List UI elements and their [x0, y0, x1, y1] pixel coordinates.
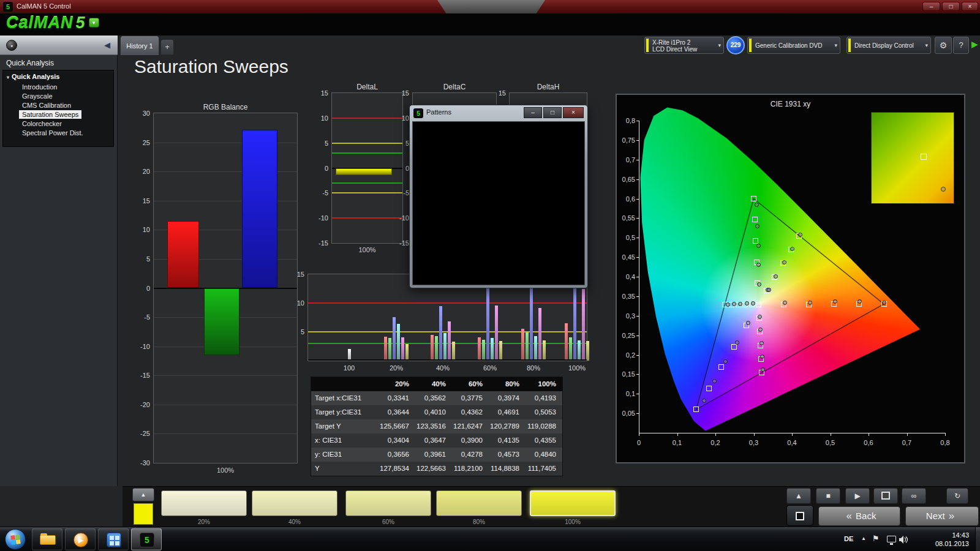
start-button[interactable]: [5, 529, 26, 550]
measured-marker: [746, 321, 750, 325]
taskbar-explorer[interactable]: [32, 528, 62, 550]
stop-button[interactable]: ■: [816, 488, 840, 504]
back-label: Back: [856, 511, 876, 521]
logo-dropdown-icon[interactable]: ▾: [89, 18, 99, 28]
patterns-close-button[interactable]: ×: [563, 107, 584, 118]
source-dropdown[interactable]: Generic Calibration DVD ▾: [747, 37, 840, 54]
link-icon: ∞: [911, 492, 917, 500]
sidebar-item-saturation-sweeps[interactable]: Saturation Sweeps: [19, 110, 81, 119]
measured-marker: [783, 301, 787, 305]
collapse-sidebar-icon[interactable]: ◀: [102, 39, 113, 51]
pattern-thumbnail-80%[interactable]: 80%: [436, 490, 522, 526]
meter-line2: LCD Direct View: [652, 46, 697, 53]
pattern-thumbnail-60%[interactable]: 60%: [345, 490, 431, 526]
pattern-thumbnail-label: 20%: [161, 519, 247, 525]
patterns-minimize-button[interactable]: –: [524, 107, 542, 118]
target-marker: [718, 364, 724, 370]
clock[interactable]: 14:43 08.01.2013: [913, 531, 969, 548]
bar-red: [167, 221, 199, 288]
meter-dropdown[interactable]: X-Rite i1Pro 2 LCD Direct View ▾: [644, 37, 724, 54]
legend-target-marker: [921, 154, 927, 160]
tree-root-item[interactable]: ▾Quick Analysis: [7, 73, 59, 80]
pattern-thumbnail-20%[interactable]: 20%: [161, 490, 247, 526]
large-stop-button[interactable]: [786, 505, 813, 526]
delta-e-bar: [491, 338, 494, 361]
y-axis-tick-label: -5: [310, 189, 328, 197]
eject-button[interactable]: ▲: [786, 488, 811, 504]
table-row-label: Target Y: [311, 419, 379, 433]
taskbar-media-player[interactable]: ▶: [65, 528, 96, 550]
table-cell: 0,3974: [489, 391, 526, 405]
pattern-swatch: [436, 490, 522, 516]
record-icon[interactable]: ●: [6, 40, 17, 51]
sync-button[interactable]: ↻: [946, 488, 968, 504]
rgb-balance-chart: 302520151050-5-10-15-20-25-30: [153, 113, 298, 463]
expand-panel-icon[interactable]: ▶: [971, 39, 978, 49]
app-header: CalMAN5▾: [0, 13, 980, 36]
blue-app-icon: [107, 533, 121, 547]
patterns-window[interactable]: 5 Patterns – □ ×: [409, 105, 588, 288]
next-button[interactable]: Next»: [905, 506, 979, 526]
language-indicator[interactable]: DE: [844, 535, 853, 542]
media-player-icon: ▶: [74, 533, 88, 547]
patterns-maximize-button[interactable]: □: [543, 107, 562, 118]
table-cell: 114,8838: [489, 462, 526, 476]
show-desktop-button[interactable]: [975, 527, 980, 551]
back-button[interactable]: «Back: [818, 506, 900, 526]
table-row: Target x:CIE310,33410,35620,37750,39740,…: [311, 391, 562, 405]
y-axis-tick-label: 10: [292, 299, 304, 307]
pattern-swatch: [345, 490, 431, 516]
measured-marker: [782, 260, 786, 264]
table-cell: 0,3900: [452, 433, 489, 448]
sidebar-item-grayscale[interactable]: Grayscale: [19, 92, 56, 100]
delta-e-bar: [435, 336, 438, 361]
x-axis-tick: [869, 433, 869, 436]
x-axis-tick: [945, 433, 946, 436]
sidebar-item-spectral-power-dist-[interactable]: Spectral Power Dist.: [19, 129, 86, 137]
page-title: Saturation Sweeps: [134, 56, 288, 77]
volume-icon[interactable]: [899, 535, 908, 546]
display-control-dropdown[interactable]: Direct Display Control ▾: [846, 37, 931, 54]
pattern-thumbnail-100%[interactable]: 100%: [530, 490, 616, 526]
delta-e-bar: [482, 340, 485, 361]
patterns-display-area: [412, 121, 585, 285]
current-pattern-swatch[interactable]: [134, 503, 153, 525]
link-button[interactable]: ∞: [902, 488, 926, 504]
settings-button[interactable]: ⚙: [935, 37, 952, 54]
x-axis-tick-label: 0,2: [706, 439, 725, 446]
delta-e-bar: [586, 341, 589, 361]
pattern-thumbnail-40%[interactable]: 40%: [252, 490, 337, 526]
delta-l-x-label: 100%: [331, 246, 403, 253]
add-tab-button[interactable]: +: [160, 39, 174, 55]
minimize-button[interactable]: –: [922, 2, 940, 11]
filmstrip-toggle-button[interactable]: ▲: [132, 488, 154, 501]
meter-accent-bar: [646, 39, 649, 52]
patterns-window-title: Patterns: [426, 108, 451, 116]
tray-expand-icon[interactable]: ▲: [861, 536, 866, 541]
taskbar-calman-active[interactable]: 5: [131, 528, 162, 550]
maximize-button[interactable]: □: [942, 2, 960, 11]
play-button[interactable]: ▶: [845, 488, 870, 504]
taskbar-blue-app[interactable]: [98, 528, 129, 550]
sidebar-item-cms-calibration[interactable]: CMS Calibration: [19, 101, 74, 110]
x-axis-group-label: 100%: [562, 364, 592, 372]
delta-e-bar: [486, 285, 489, 361]
tab-history-1[interactable]: History 1: [120, 36, 159, 55]
delta-e-bar: [538, 308, 541, 361]
action-center-flag-icon[interactable]: ⚑: [872, 534, 880, 543]
x-axis-tick: [677, 433, 678, 436]
y-axis-tick-label: 0,6: [617, 195, 635, 203]
meter-reading-badge: 229: [726, 36, 745, 54]
delta-e-bar: [443, 333, 447, 361]
sidebar-item-introduction[interactable]: Introduction: [19, 83, 60, 91]
sidebar-item-colorchecker[interactable]: Colorchecker: [19, 119, 65, 128]
x-axis-tick-label: 0: [630, 439, 648, 446]
network-icon[interactable]: [887, 536, 896, 542]
close-button[interactable]: ×: [962, 2, 978, 11]
save-button[interactable]: [873, 488, 898, 504]
x-axis-tick-label: 0,8: [936, 439, 954, 446]
delta-e-bar: [543, 340, 546, 361]
delta-e-bar: [573, 286, 576, 361]
help-button[interactable]: ?: [953, 37, 969, 54]
sidebar: ● ◀ Quick Analysis ▾Quick Analysis Intro…: [0, 36, 118, 486]
